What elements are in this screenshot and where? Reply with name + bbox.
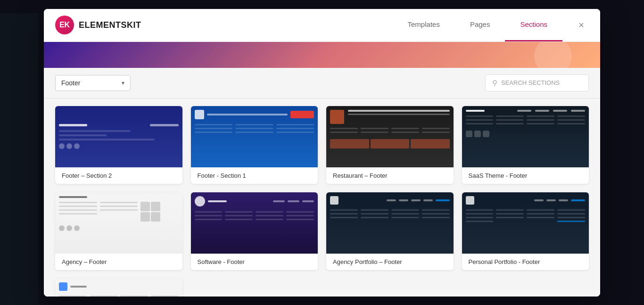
templates-grid: Footer – Section 2 (55, 106, 589, 297)
tab-templates[interactable]: Templates (393, 9, 455, 42)
card-thumb-software (191, 192, 318, 254)
card-app-landing-footer[interactable]: App Landing – Footer (55, 279, 182, 297)
card-agency-portfolio-footer[interactable]: Agency Portfolio – Footer (326, 192, 454, 270)
card-label-software: Software - Footer (191, 254, 318, 270)
card-agency-footer[interactable]: Agency – Footer (55, 192, 182, 270)
card-label-footer-s2: Footer – Section 2 (55, 167, 182, 184)
card-thumb-agency (55, 192, 182, 254)
card-label-restaurant: Restaurant – Footer (326, 167, 454, 184)
tab-sections[interactable]: Sections (505, 9, 562, 42)
modal-header: EK ELEMENTSKIT Templates Pages Sections … (44, 9, 600, 42)
card-thumb-footer-s2 (55, 106, 182, 167)
card-personal-portfolio-footer[interactable]: Personal Portfolio - Footer (462, 192, 589, 270)
card-restaurant-footer[interactable]: Restaurant – Footer (326, 106, 454, 184)
content-area[interactable]: Footer – Section 2 (44, 99, 600, 297)
nav-tabs: Templates Pages Sections (393, 9, 562, 42)
card-software-footer[interactable]: Software - Footer (191, 192, 318, 270)
card-thumb-app-landing (55, 279, 182, 297)
elementskit-modal: EK ELEMENTSKIT Templates Pages Sections … (44, 9, 600, 297)
card-saas-footer[interactable]: SaaS Theme - Footer (462, 106, 589, 184)
close-button[interactable]: × (574, 17, 589, 33)
brand: EK ELEMENTSKIT (55, 16, 141, 34)
chevron-down-icon: ▾ (122, 80, 124, 86)
card-label-footer-s1: Footer - Section 1 (191, 167, 318, 184)
search-icon: ⚲ (492, 79, 497, 87)
card-thumb-footer-s1 (191, 106, 318, 167)
banner-area (44, 42, 600, 68)
card-footer-s1[interactable]: Footer - Section 1 (191, 106, 318, 184)
card-label-saas: SaaS Theme - Footer (462, 167, 589, 184)
modal-overlay: EK ELEMENTSKIT Templates Pages Sections … (0, 0, 644, 305)
card-label-personal: Personal Portfolio - Footer (462, 254, 589, 270)
toolbar: Footer ▾ ⚲ SEARCH SECTIONS (44, 68, 600, 99)
card-thumb-agency-portfolio (326, 192, 454, 254)
card-thumb-personal (462, 192, 589, 254)
brand-name: ELEMENTSKIT (79, 20, 141, 30)
card-label-agency-portfolio: Agency Portfolio – Footer (326, 254, 454, 270)
card-footer-s2[interactable]: Footer – Section 2 (55, 106, 182, 184)
category-dropdown[interactable]: Footer ▾ (55, 75, 131, 91)
tab-pages[interactable]: Pages (455, 9, 505, 42)
card-thumb-restaurant (326, 106, 454, 167)
search-box[interactable]: ⚲ SEARCH SECTIONS (485, 74, 589, 91)
card-label-agency: Agency – Footer (55, 254, 182, 270)
search-placeholder: SEARCH SECTIONS (501, 79, 560, 86)
card-thumb-saas (462, 106, 589, 167)
brand-logo: EK (55, 16, 74, 34)
dropdown-value: Footer (61, 79, 80, 87)
